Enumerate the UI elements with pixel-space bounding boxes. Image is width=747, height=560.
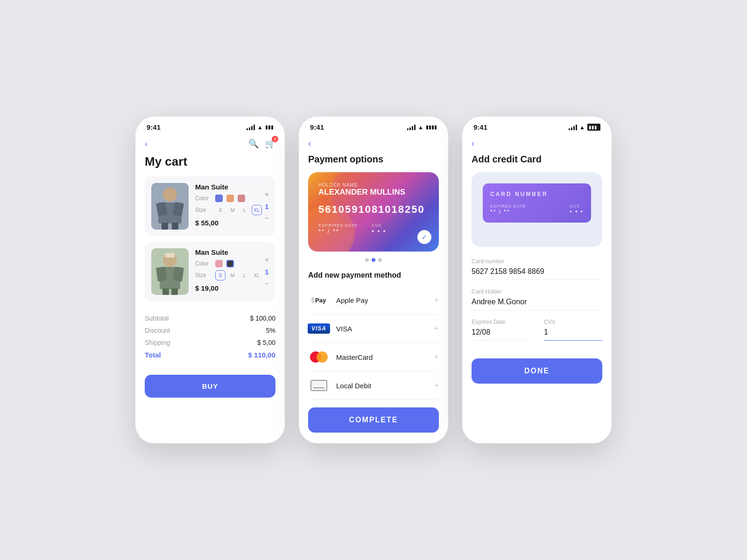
- color-swatch-1a[interactable]: [215, 195, 223, 202]
- payment-method-mastercard[interactable]: MasterCard +: [308, 343, 439, 371]
- card-number-display: 5610591081018250: [318, 203, 429, 216]
- payment-method-applepay[interactable]:  Pay Apple Pay +: [308, 286, 439, 315]
- color-swatch-1c[interactable]: [238, 195, 245, 202]
- item-figure-2: [151, 248, 189, 295]
- dot-1[interactable]: [365, 258, 369, 262]
- card-preview-cvc-value: • • •: [570, 209, 584, 215]
- battery-icon-1: ▮▮▮: [265, 124, 274, 130]
- visa-add-btn[interactable]: +: [434, 324, 439, 334]
- svg-rect-14: [165, 253, 175, 258]
- cvv-label: CVV: [544, 319, 602, 325]
- size-l-1[interactable]: L: [240, 205, 250, 215]
- battery-icon-3: ▮▮▮: [587, 124, 600, 131]
- item-name-2: Man Suite: [195, 248, 269, 256]
- size-label-2: Size: [195, 272, 211, 279]
- dot-3[interactable]: [378, 258, 382, 262]
- size-l-2[interactable]: L: [240, 270, 250, 280]
- total-row: Total $ 110,00: [145, 351, 275, 359]
- status-time-2: 9:41: [310, 123, 324, 131]
- svg-rect-5: [162, 223, 168, 230]
- shipping-label: Shipping: [145, 339, 170, 346]
- back-button-3[interactable]: ‹: [472, 139, 474, 148]
- subtotal-value: $ 100,00: [250, 315, 276, 322]
- svg-rect-13: [171, 288, 178, 295]
- mastercard-icon: [308, 350, 330, 364]
- qty-plus-1[interactable]: +: [265, 190, 269, 199]
- screen2-content: HOLDER NAME ALEXANDER MULLINS 5610591081…: [299, 172, 448, 442]
- cvv-input[interactable]: [544, 328, 602, 341]
- form-card-holder: Card Holder Andree M.Gonor: [472, 288, 602, 310]
- color-swatch-1b[interactable]: [226, 195, 234, 202]
- status-bar-3: 9:41 ▲ ▮▮▮: [462, 117, 612, 135]
- payment-method-localdebit[interactable]: Local Debit +: [308, 371, 439, 400]
- card-preview-number-label: CARD NUMBER: [490, 191, 584, 197]
- back-button-2[interactable]: ‹: [308, 139, 311, 148]
- size-xl-1[interactable]: XL: [252, 205, 262, 215]
- applepay-add-btn[interactable]: +: [434, 295, 439, 305]
- page-title-3: Add credit Card: [462, 154, 612, 172]
- card-preview-expires-value: ** / **: [490, 209, 526, 215]
- qty-minus-1[interactable]: −: [265, 214, 269, 223]
- item-details-1: Man Suite Color Size S M L XL: [195, 183, 269, 230]
- item-color-attr-2: Color: [195, 260, 269, 267]
- visa-logo: VISA: [308, 323, 330, 334]
- screen1-phone: 9:41 ▲ ▮▮▮ ‹ 🔍 🛒 2 My cart: [135, 117, 285, 443]
- nav-icons-1: 🔍 🛒 2: [248, 139, 275, 149]
- cart-icon-1[interactable]: 🛒 2: [265, 139, 275, 149]
- size-xl-2[interactable]: XL: [252, 270, 262, 280]
- add-payment-title: Add new payment method: [308, 271, 439, 280]
- expires-date-label: Exprires Date: [472, 319, 530, 325]
- color-swatch-2b[interactable]: [226, 260, 234, 267]
- search-icon-1[interactable]: 🔍: [248, 139, 259, 149]
- wifi-icon-2: ▲: [418, 124, 423, 131]
- complete-button[interactable]: COMPLETE: [308, 407, 439, 433]
- item-color-attr-1: Color: [195, 195, 269, 202]
- card-bottom-info: EXPRIRES DATE ** / ** CVC • • •: [318, 223, 429, 235]
- shipping-row: Shipping $ 5,00: [145, 339, 275, 346]
- cart-summary: Subtotal $ 100,00 Discount 5% Shipping $…: [145, 307, 275, 371]
- done-button[interactable]: DONE: [472, 358, 602, 384]
- card-preview-cvc-label: CVC: [570, 204, 584, 209]
- item-name-1: Man Suite: [195, 183, 269, 191]
- card-preview-bottom: EXPIRES DATE ** / ** CVC • • •: [490, 204, 584, 215]
- payment-method-visa[interactable]: VISA VISA +: [308, 315, 439, 343]
- svg-rect-6: [172, 223, 178, 230]
- form-card-number: Card number 5627 2158 9854 8869: [472, 258, 602, 280]
- cart-badge-1: 2: [272, 136, 278, 142]
- dot-2[interactable]: [372, 258, 375, 262]
- credit-card-preview: CARD NUMBER EXPIRES DATE ** / ** CVC • •…: [472, 172, 602, 247]
- size-label-1: Size: [195, 207, 211, 213]
- qty-minus-2[interactable]: −: [265, 280, 269, 288]
- size-s-1[interactable]: S: [215, 205, 226, 215]
- size-m-1[interactable]: M: [227, 205, 238, 215]
- mastercard-add-btn[interactable]: +: [434, 352, 439, 362]
- size-s-2[interactable]: S: [215, 270, 226, 280]
- card-cvc-label: CVC: [372, 223, 386, 228]
- discount-row: Discount 5%: [145, 327, 275, 334]
- localdebit-logo: [310, 380, 327, 391]
- color-label-1: Color: [195, 195, 211, 202]
- size-options-2: S M L XL: [215, 270, 262, 280]
- screen2-phone: 9:41 ▲ ▮▮▮▮ ‹ Payment options HOLDER NAM…: [299, 117, 448, 443]
- page-title-1: My cart: [135, 154, 285, 176]
- card-display: HOLDER NAME ALEXANDER MULLINS 5610591081…: [308, 172, 439, 252]
- screens-container: 9:41 ▲ ▮▮▮ ‹ 🔍 🛒 2 My cart: [135, 117, 612, 443]
- applepay-icon:  Pay: [308, 293, 330, 308]
- localdebit-icon: [308, 378, 330, 393]
- localdebit-add-btn[interactable]: +: [434, 381, 439, 391]
- item-image-1: [151, 183, 189, 230]
- back-button-1[interactable]: ‹: [145, 139, 148, 149]
- status-time-1: 9:41: [147, 123, 161, 131]
- applepay-logo:  Pay: [312, 296, 326, 304]
- svg-rect-11: [173, 266, 184, 281]
- total-value: $ 110,00: [248, 351, 275, 359]
- signal-icon-3: [569, 125, 577, 130]
- nav-bar-1: ‹ 🔍 🛒 2: [135, 135, 285, 154]
- card-holder-label: Card Holder: [472, 288, 602, 295]
- svg-rect-10: [156, 266, 167, 281]
- qty-plus-2[interactable]: +: [265, 256, 269, 264]
- size-m-2[interactable]: M: [227, 270, 238, 280]
- color-swatch-2a[interactable]: [215, 260, 223, 267]
- buy-button[interactable]: BUY: [145, 375, 275, 398]
- cart-item-1: Man Suite Color Size S M L XL: [145, 176, 275, 236]
